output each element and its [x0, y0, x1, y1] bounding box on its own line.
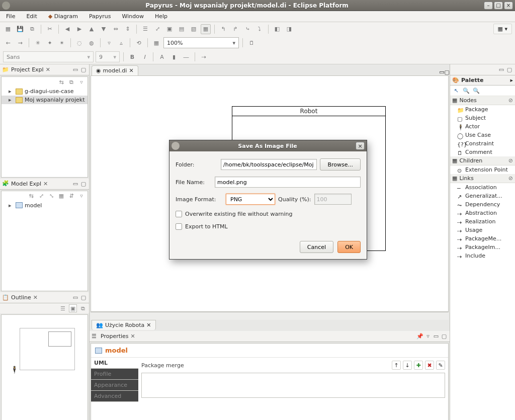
close-icon[interactable]: ✕	[146, 322, 151, 328]
me-collapse-icon[interactable]: ⤡	[47, 192, 55, 200]
router-4-icon[interactable]: ⤵	[254, 24, 265, 34]
palette-header[interactable]: 🎨 Palette ▸	[450, 75, 515, 86]
link-editor-icon[interactable]: ⧉	[67, 78, 75, 86]
tool-f-icon[interactable]: ▿	[104, 38, 114, 48]
close-icon[interactable]: ✕	[129, 67, 133, 74]
zoom-combo[interactable]: 100%	[163, 37, 239, 48]
new-icon[interactable]: ▦	[3, 24, 13, 34]
menu-file[interactable]: File	[3, 12, 18, 21]
editor-tab[interactable]: ◉ model.di ✕	[92, 65, 138, 75]
editor-minimize-icon[interactable]: ▭	[439, 69, 444, 75]
tool-b-icon[interactable]: ✦	[45, 38, 55, 48]
align-right-icon[interactable]: ▶	[74, 24, 84, 34]
minimize-view-icon[interactable]: ▭	[498, 66, 505, 73]
me-expand-icon[interactable]: ⤢	[37, 192, 45, 200]
font-family-combo[interactable]: Sans	[3, 51, 94, 62]
front-icon[interactable]: ▧	[189, 24, 199, 34]
align-top-icon[interactable]: ▲	[87, 24, 97, 34]
horizontal-scrollbar[interactable]	[91, 312, 449, 320]
tree-row[interactable]: ▸ Moj wspanialy projekt	[2, 96, 88, 104]
props-menu-icon[interactable]: ▿	[424, 333, 432, 340]
me-sort-icon[interactable]: ⇵	[67, 192, 75, 200]
font-size-combo[interactable]: 9	[96, 51, 120, 62]
cancel-button[interactable]: Cancel	[300, 241, 333, 253]
properties-tab-uml[interactable]: UML	[91, 358, 138, 369]
folder-input[interactable]	[221, 159, 317, 170]
select-tool-icon[interactable]: ↖	[452, 87, 460, 95]
overwrite-checkbox[interactable]: Overwrite existing file without warning	[176, 211, 361, 217]
chevron-right-icon[interactable]: ▸	[510, 77, 513, 83]
palette-item-extension-point[interactable]: ⊙Extension Point	[450, 165, 515, 174]
move-down-icon[interactable]: ↓	[403, 361, 412, 370]
palette-item-include[interactable]: ⇢Include	[450, 251, 515, 260]
project-explorer-tab[interactable]: 📁 Project Expl ✕ ▭ ▢	[0, 64, 89, 75]
model-explorer-tab[interactable]: 🧩 Model Expl ✕ ▭ ▢	[0, 179, 89, 190]
palette-item-association[interactable]: ─Association	[450, 183, 515, 192]
menu-edit[interactable]: Edit	[23, 12, 40, 21]
tree-row[interactable]: ▸ model	[2, 201, 88, 210]
line-color-icon[interactable]: ―	[181, 52, 191, 62]
palette-item-comment[interactable]: 🗒Comment	[450, 148, 515, 156]
tool-g-icon[interactable]: ▵	[116, 38, 126, 48]
palette-item-constraint[interactable]: {?}Constraint	[450, 139, 515, 148]
tool-a-icon[interactable]: ✳	[33, 38, 43, 48]
save-icon[interactable]: 💾	[15, 24, 25, 34]
close-window-button[interactable]: ×	[504, 2, 513, 10]
zoom-out-icon[interactable]: 🔍	[472, 87, 480, 95]
align-left-icon[interactable]: ◀	[62, 24, 72, 34]
outline-both-icon[interactable]: ⧉	[79, 304, 87, 312]
maximize-view-icon[interactable]: ▢	[80, 294, 87, 301]
close-icon[interactable]: ✕	[33, 294, 38, 301]
zoom-in-icon[interactable]: 🔍	[462, 87, 470, 95]
me-new-icon[interactable]: ▦	[57, 192, 65, 200]
close-icon[interactable]: ✕	[131, 333, 135, 340]
dialog-titlebar[interactable]: Save As Image File ×	[169, 140, 367, 151]
minimize-view-icon[interactable]: ▭	[72, 66, 79, 73]
tree-row[interactable]: ▸ g-diagui-use-case	[2, 87, 88, 96]
me-menu-icon[interactable]: ▿	[77, 192, 85, 200]
properties-tab-advanced[interactable]: Advanced	[91, 391, 138, 402]
collapse-all-icon[interactable]: ⇆	[57, 78, 65, 86]
save-all-icon[interactable]: ⧉	[27, 24, 37, 34]
props-pin-icon[interactable]: 📌	[416, 333, 423, 340]
outline-overview-icon[interactable]: ▣	[69, 304, 77, 312]
maximize-view-icon[interactable]: ▢	[506, 66, 513, 73]
tool-e-icon[interactable]: ◍	[87, 38, 97, 48]
filename-input[interactable]	[215, 177, 361, 188]
nav-fwd-icon[interactable]: →	[15, 38, 25, 48]
ungroup-icon[interactable]: ▤	[177, 24, 187, 34]
properties-tab[interactable]: ☰ Properties ✕ 📌 ▿ ▭ ▢	[90, 331, 450, 342]
tool-h-icon[interactable]: ⟲	[134, 38, 144, 48]
menu-help[interactable]: Help	[152, 12, 170, 21]
edit-icon[interactable]: ✎	[436, 361, 445, 370]
group-icon[interactable]: ▣	[164, 24, 175, 34]
palette-item-usage[interactable]: ⇢Usage	[450, 226, 515, 234]
minimize-view-icon[interactable]: ▭	[72, 294, 79, 301]
minimize-view-icon[interactable]: ▭	[72, 180, 79, 187]
outline-tab[interactable]: 📋 Outline ✕ ▭ ▢	[0, 292, 89, 303]
image-format-select[interactable]: PNG	[226, 194, 275, 205]
align-center-v-icon[interactable]: ⇕	[123, 24, 133, 34]
autosize-icon[interactable]: ⤢	[152, 24, 162, 34]
router-1-icon[interactable]: ↰	[218, 24, 228, 34]
outline-overview[interactable]: 🕴	[1, 314, 88, 420]
minimize-view-icon[interactable]: ▭	[433, 333, 440, 340]
palette-item-abstraction[interactable]: ⇢Abstraction	[450, 209, 515, 217]
tool-c-icon[interactable]: ✴	[57, 38, 67, 48]
palette-item-usecase[interactable]: ◯Use Case	[450, 131, 515, 139]
editor-maximize-icon[interactable]: ▢	[445, 69, 450, 75]
move-up-icon[interactable]: ↑	[392, 361, 401, 370]
outline-tree-icon[interactable]: ☰	[59, 304, 67, 312]
align-bottom-icon[interactable]: ▼	[99, 24, 109, 34]
menu-window[interactable]: Window	[119, 12, 147, 21]
view-menu-icon[interactable]: ▿	[77, 78, 85, 86]
close-icon[interactable]: ✕	[46, 66, 50, 73]
me-link-icon[interactable]: ⇆	[27, 192, 35, 200]
palette-item-realization[interactable]: ⇢Realization	[450, 217, 515, 226]
filter-icon[interactable]: ◨	[284, 24, 294, 34]
ok-button[interactable]: OK	[337, 241, 361, 253]
notes-icon[interactable]: 🗒	[246, 38, 256, 48]
align-center-h-icon[interactable]: ⇔	[111, 24, 121, 34]
italic-icon[interactable]: I	[139, 52, 149, 62]
delete-icon[interactable]: ✖	[425, 361, 434, 370]
